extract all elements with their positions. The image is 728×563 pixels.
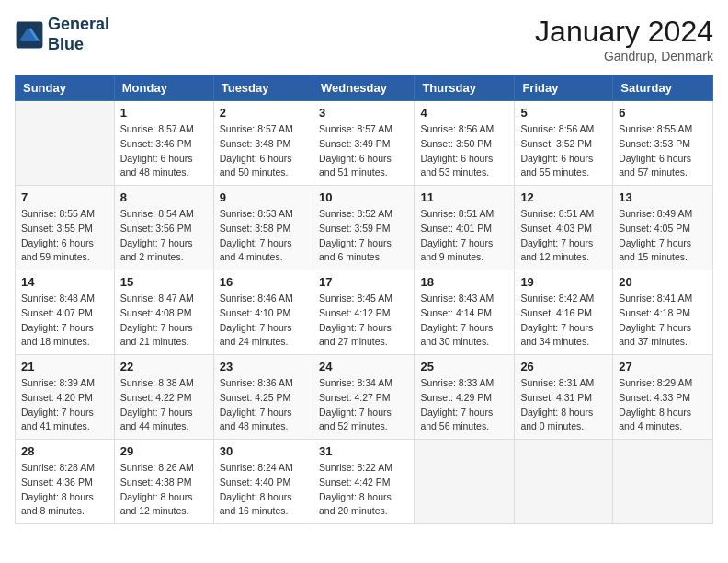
logo: General Blue	[15, 15, 109, 54]
day-cell: 29Sunrise: 8:26 AM Sunset: 4:38 PM Dayli…	[114, 440, 213, 524]
day-info: Sunrise: 8:51 AM Sunset: 4:01 PM Dayligh…	[420, 207, 508, 265]
day-cell: 15Sunrise: 8:47 AM Sunset: 4:08 PM Dayli…	[114, 270, 213, 355]
day-number: 28	[21, 444, 108, 458]
day-cell: 5Sunrise: 8:56 AM Sunset: 3:52 PM Daylig…	[515, 101, 613, 186]
day-number: 1	[120, 106, 208, 120]
day-number: 12	[520, 190, 607, 204]
day-number: 23	[220, 360, 307, 373]
calendar-table: SundayMondayTuesdayWednesdayThursdayFrid…	[15, 75, 713, 524]
day-info: Sunrise: 8:56 AM Sunset: 3:50 PM Dayligh…	[420, 122, 508, 180]
day-cell: 16Sunrise: 8:46 AM Sunset: 4:10 PM Dayli…	[213, 270, 313, 355]
day-number: 30	[220, 444, 307, 458]
day-number: 25	[420, 360, 508, 373]
weekday-header-row: SundayMondayTuesdayWednesdayThursdayFrid…	[16, 75, 713, 101]
day-cell: 28Sunrise: 8:28 AM Sunset: 4:36 PM Dayli…	[16, 440, 115, 524]
day-number: 27	[619, 360, 707, 373]
day-info: Sunrise: 8:22 AM Sunset: 4:42 PM Dayligh…	[319, 461, 408, 519]
day-cell: 31Sunrise: 8:22 AM Sunset: 4:42 PM Dayli…	[313, 440, 414, 524]
day-info: Sunrise: 8:43 AM Sunset: 4:14 PM Dayligh…	[420, 292, 508, 350]
title-block: January 2024 Gandrup, Denmark	[535, 15, 713, 63]
day-info: Sunrise: 8:49 AM Sunset: 4:05 PM Dayligh…	[619, 207, 707, 265]
logo-icon	[15, 20, 44, 50]
day-cell	[515, 440, 613, 524]
day-cell: 1Sunrise: 8:57 AM Sunset: 3:46 PM Daylig…	[114, 101, 213, 186]
day-number: 21	[21, 360, 108, 373]
day-info: Sunrise: 8:42 AM Sunset: 4:16 PM Dayligh…	[520, 292, 607, 350]
day-cell: 20Sunrise: 8:41 AM Sunset: 4:18 PM Dayli…	[613, 270, 713, 355]
day-cell: 26Sunrise: 8:31 AM Sunset: 4:31 PM Dayli…	[515, 355, 613, 440]
day-number: 9	[220, 190, 307, 204]
day-cell: 8Sunrise: 8:54 AM Sunset: 3:56 PM Daylig…	[114, 186, 213, 270]
weekday-header-tuesday: Tuesday	[213, 75, 313, 101]
day-info: Sunrise: 8:55 AM Sunset: 3:55 PM Dayligh…	[21, 207, 108, 265]
day-info: Sunrise: 8:39 AM Sunset: 4:20 PM Dayligh…	[21, 376, 108, 434]
day-number: 20	[619, 275, 707, 289]
day-info: Sunrise: 8:47 AM Sunset: 4:08 PM Dayligh…	[120, 292, 208, 350]
day-number: 31	[319, 444, 408, 458]
location: Gandrup, Denmark	[535, 49, 713, 63]
week-row-2: 7Sunrise: 8:55 AM Sunset: 3:55 PM Daylig…	[16, 186, 713, 270]
day-cell: 24Sunrise: 8:34 AM Sunset: 4:27 PM Dayli…	[313, 355, 414, 440]
day-number: 7	[21, 190, 108, 204]
day-info: Sunrise: 8:57 AM Sunset: 3:48 PM Dayligh…	[220, 122, 307, 180]
day-number: 17	[319, 275, 408, 289]
day-cell: 22Sunrise: 8:38 AM Sunset: 4:22 PM Dayli…	[114, 355, 213, 440]
day-number: 18	[420, 275, 508, 289]
day-cell: 19Sunrise: 8:42 AM Sunset: 4:16 PM Dayli…	[515, 270, 613, 355]
day-cell: 7Sunrise: 8:55 AM Sunset: 3:55 PM Daylig…	[16, 186, 115, 270]
day-number: 2	[220, 106, 307, 120]
day-cell: 14Sunrise: 8:48 AM Sunset: 4:07 PM Dayli…	[16, 270, 115, 355]
day-cell: 12Sunrise: 8:51 AM Sunset: 4:03 PM Dayli…	[515, 186, 613, 270]
day-info: Sunrise: 8:28 AM Sunset: 4:36 PM Dayligh…	[21, 461, 108, 519]
day-cell: 21Sunrise: 8:39 AM Sunset: 4:20 PM Dayli…	[16, 355, 115, 440]
day-cell	[16, 101, 115, 186]
day-info: Sunrise: 8:54 AM Sunset: 3:56 PM Dayligh…	[120, 207, 208, 265]
day-number: 14	[21, 275, 108, 289]
day-number: 10	[319, 190, 408, 204]
day-info: Sunrise: 8:57 AM Sunset: 3:46 PM Dayligh…	[120, 122, 208, 180]
day-cell: 18Sunrise: 8:43 AM Sunset: 4:14 PM Dayli…	[415, 270, 515, 355]
day-number: 3	[319, 106, 408, 120]
day-info: Sunrise: 8:24 AM Sunset: 4:40 PM Dayligh…	[220, 461, 307, 519]
day-cell: 25Sunrise: 8:33 AM Sunset: 4:29 PM Dayli…	[415, 355, 515, 440]
day-info: Sunrise: 8:53 AM Sunset: 3:58 PM Dayligh…	[220, 207, 307, 265]
day-cell: 17Sunrise: 8:45 AM Sunset: 4:12 PM Dayli…	[313, 270, 414, 355]
day-info: Sunrise: 8:56 AM Sunset: 3:52 PM Dayligh…	[520, 122, 607, 180]
day-info: Sunrise: 8:33 AM Sunset: 4:29 PM Dayligh…	[420, 376, 508, 434]
logo-line1: General	[48, 15, 109, 35]
weekday-header-monday: Monday	[114, 75, 213, 101]
week-row-5: 28Sunrise: 8:28 AM Sunset: 4:36 PM Dayli…	[16, 440, 713, 524]
day-info: Sunrise: 8:26 AM Sunset: 4:38 PM Dayligh…	[120, 461, 208, 519]
day-info: Sunrise: 8:46 AM Sunset: 4:10 PM Dayligh…	[220, 292, 307, 350]
day-info: Sunrise: 8:41 AM Sunset: 4:18 PM Dayligh…	[619, 292, 707, 350]
day-info: Sunrise: 8:29 AM Sunset: 4:33 PM Dayligh…	[619, 376, 707, 434]
day-number: 11	[420, 190, 508, 204]
weekday-header-saturday: Saturday	[613, 75, 713, 101]
logo-line2: Blue	[48, 35, 109, 55]
day-info: Sunrise: 8:48 AM Sunset: 4:07 PM Dayligh…	[21, 292, 108, 350]
day-cell: 9Sunrise: 8:53 AM Sunset: 3:58 PM Daylig…	[213, 186, 313, 270]
day-cell: 3Sunrise: 8:57 AM Sunset: 3:49 PM Daylig…	[313, 101, 414, 186]
week-row-1: 1Sunrise: 8:57 AM Sunset: 3:46 PM Daylig…	[16, 101, 713, 186]
day-cell: 11Sunrise: 8:51 AM Sunset: 4:01 PM Dayli…	[415, 186, 515, 270]
day-info: Sunrise: 8:55 AM Sunset: 3:53 PM Dayligh…	[619, 122, 707, 180]
day-cell: 13Sunrise: 8:49 AM Sunset: 4:05 PM Dayli…	[613, 186, 713, 270]
day-info: Sunrise: 8:31 AM Sunset: 4:31 PM Dayligh…	[520, 376, 607, 434]
day-cell: 2Sunrise: 8:57 AM Sunset: 3:48 PM Daylig…	[213, 101, 313, 186]
day-number: 16	[220, 275, 307, 289]
day-number: 4	[420, 106, 508, 120]
day-number: 8	[120, 190, 208, 204]
page-header: General Blue January 2024 Gandrup, Denma…	[15, 15, 713, 63]
day-number: 19	[520, 275, 607, 289]
day-cell	[415, 440, 515, 524]
day-info: Sunrise: 8:38 AM Sunset: 4:22 PM Dayligh…	[120, 376, 208, 434]
day-number: 6	[619, 106, 707, 120]
day-cell: 30Sunrise: 8:24 AM Sunset: 4:40 PM Dayli…	[213, 440, 313, 524]
day-cell	[613, 440, 713, 524]
logo-text: General Blue	[48, 15, 109, 54]
day-number: 22	[120, 360, 208, 373]
week-row-3: 14Sunrise: 8:48 AM Sunset: 4:07 PM Dayli…	[16, 270, 713, 355]
day-cell: 27Sunrise: 8:29 AM Sunset: 4:33 PM Dayli…	[613, 355, 713, 440]
day-number: 24	[319, 360, 408, 373]
weekday-header-sunday: Sunday	[16, 75, 115, 101]
